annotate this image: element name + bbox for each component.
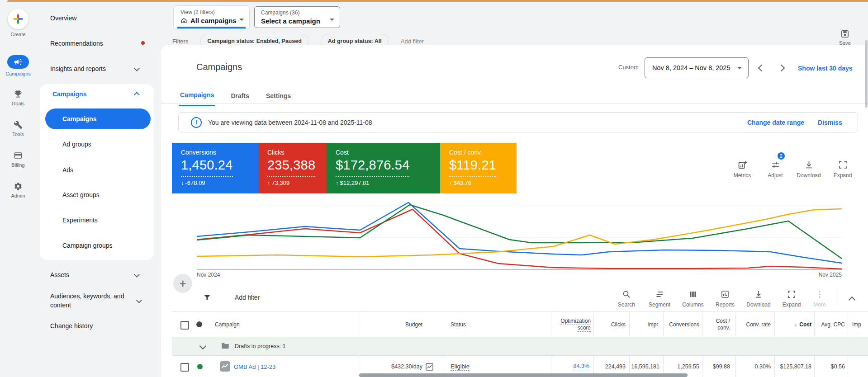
sidebar-item-asset-groups[interactable]: Asset groups <box>40 188 154 201</box>
campaign-select-label: Campaigns (36) <box>261 9 340 16</box>
download-icon <box>804 160 814 170</box>
col-header-optimization-score[interactable]: Optimization score <box>551 312 591 337</box>
col-header-impr[interactable]: Impr. <box>629 312 659 337</box>
view-dropdown-value: All campaigns <box>190 17 237 24</box>
scorecard-clicks[interactable]: Clicks 235,388 ↑73,309 <box>258 143 327 193</box>
table-columns-button[interactable]: Columns <box>678 290 707 308</box>
table-filter-button[interactable] <box>203 293 211 302</box>
col-header-budget[interactable]: Budget <box>359 312 422 337</box>
status-dot-header-icon <box>196 321 202 327</box>
col-header-conversions[interactable]: Conversions <box>663 312 699 337</box>
sidebar-item-campaigns-selected[interactable]: Campaigns <box>45 108 151 129</box>
view-dropdown[interactable]: View (2 filters) All campaigns <box>173 5 250 29</box>
table-segment-button[interactable]: Segment <box>645 290 674 308</box>
sidebar-item-recommendations[interactable]: Recommendations <box>36 38 157 49</box>
trend-line-Cost / conv. <box>197 209 842 257</box>
adjust-button[interactable]: Adjust <box>761 160 790 179</box>
select-all-checkbox[interactable] <box>180 321 189 330</box>
table-add-filter-link[interactable]: Add filter <box>235 294 260 301</box>
top-accent-strip <box>7 0 868 2</box>
sidebar-item-overview[interactable]: Overview <box>36 12 157 24</box>
rail-item-campaigns[interactable]: Campaigns <box>0 55 36 76</box>
scorecard-conversions[interactable]: Conversions 1,450.24 ↓-678.09 <box>172 143 258 193</box>
sidebar-item-audiences[interactable]: Audiences, keywords, and content <box>50 292 136 310</box>
sidebar-item-ad-groups[interactable]: Ad groups <box>40 138 154 151</box>
adjust-badge: 2 <box>778 152 785 160</box>
impr-cell: 16,595,181 <box>629 362 659 371</box>
page-title: Campaigns <box>196 62 242 72</box>
tab-divider <box>161 104 868 104</box>
tab-drafts[interactable]: Drafts <box>230 88 250 106</box>
expand-chart-button[interactable]: Expand <box>828 160 857 179</box>
sidebar-item-change-history[interactable]: Change history <box>36 320 157 332</box>
adjust-sliders-icon <box>771 160 780 170</box>
table-search-button[interactable]: Search <box>612 290 641 308</box>
save-button[interactable]: Save <box>836 30 854 46</box>
rail-item-tools[interactable]: Tools <box>0 119 36 137</box>
rail-item-billing[interactable]: Billing <box>0 150 36 168</box>
col-header-conv-rate[interactable]: Conv. rate <box>735 312 771 337</box>
date-range-dropdown[interactable]: Nov 8, 2024 – Nov 8, 2025 <box>645 57 749 78</box>
rail-item-admin[interactable]: Admin <box>0 181 36 198</box>
campaign-select[interactable]: Campaigns (36) Select a campaign <box>254 6 340 28</box>
tab-settings[interactable]: Settings <box>265 88 292 106</box>
col-header-status[interactable]: Status <box>451 312 518 337</box>
rail-label-campaigns: Campaigns <box>0 71 36 76</box>
vertical-scrollbar-thumb[interactable] <box>865 40 868 108</box>
tools-icon <box>14 120 23 129</box>
add-filter-link[interactable]: Add filter <box>401 38 424 45</box>
performance-trend-chart <box>197 202 842 277</box>
horizontal-scrollbar-thumb[interactable] <box>359 373 688 377</box>
scorecard-cost-per-conv[interactable]: Cost / conv. $119.21 ↑$43.76 <box>440 143 517 193</box>
view-dropdown-underline <box>177 27 246 28</box>
delta-arrow-up-icon: ↑ <box>267 179 270 186</box>
sidebar-item-campaign-groups[interactable]: Campaign groups <box>40 239 154 252</box>
col-header-cost-sorted[interactable]: ↓ Cost <box>774 312 811 337</box>
scorecard-cost[interactable]: Cost $172,876.54 ↑$12,297.81 <box>327 143 440 193</box>
caret-down-icon <box>737 67 742 69</box>
table-download-button[interactable]: Download <box>744 290 773 308</box>
table-expand-button[interactable]: Expand <box>777 290 806 308</box>
x-axis-end-label: Nov 2025 <box>797 272 842 278</box>
rail-item-goals[interactable]: Goals <box>0 89 36 106</box>
bid-strategy-icon[interactable] <box>426 363 433 371</box>
info-icon: i <box>191 117 202 128</box>
col-header-clicks[interactable]: Clicks <box>593 312 626 337</box>
change-date-range-link[interactable]: Change date range <box>747 119 804 126</box>
col-header-avg-cpc[interactable]: Avg. CPC <box>814 312 845 337</box>
optimization-score-cell[interactable]: 84.3% <box>551 362 589 371</box>
dismiss-link[interactable]: Dismiss <box>818 119 842 126</box>
delta-arrow-up-icon: ↑ <box>449 179 452 186</box>
row-checkbox[interactable] <box>180 363 189 372</box>
drafts-group-label: Drafts in progress: 1 <box>235 343 286 349</box>
campaigns-active-pill[interactable] <box>7 55 29 69</box>
col-header-cost-per-conv[interactable]: Cost / conv. <box>702 312 730 337</box>
col-header-campaign[interactable]: Campaign <box>215 312 305 337</box>
caret-down-icon <box>330 19 334 21</box>
col-header-impr-abs[interactable]: Imp <box>852 312 868 337</box>
recommendations-alert-dot <box>141 41 145 45</box>
rail-label-create: Create <box>0 32 36 37</box>
columns-icon <box>688 290 697 299</box>
conv-rate-cell: 0.30% <box>735 362 771 371</box>
show-last-30-days-link[interactable]: Show last 30 days <box>798 65 853 72</box>
segment-icon <box>655 290 664 299</box>
gear-icon <box>14 182 23 191</box>
sidebar-item-ads[interactable]: Ads <box>40 164 154 176</box>
folder-icon <box>221 342 229 349</box>
table-reports-button[interactable]: Reports <box>711 290 740 308</box>
create-button[interactable] <box>8 9 28 29</box>
trend-line-Conversions <box>197 203 842 263</box>
view-dropdown-label: View (2 filters) <box>180 9 249 15</box>
filters-label: Filters <box>172 38 188 45</box>
metrics-button[interactable]: Metrics <box>728 160 757 179</box>
rail-label-tools: Tools <box>0 132 36 137</box>
expand-chart-toggle-button[interactable]: + <box>173 274 192 293</box>
status-cell[interactable]: Eligible <box>451 362 470 371</box>
campaign-name-link[interactable]: GMB Ad | 12-23 <box>234 362 275 371</box>
budget-cell[interactable]: $432.30/day <box>359 362 422 371</box>
sidebar-item-experiments[interactable]: Experiments <box>40 214 154 226</box>
rail-label-billing: Billing <box>0 162 36 168</box>
rail-item-create[interactable]: Create <box>0 9 36 37</box>
download-chart-button[interactable]: Download <box>794 160 823 179</box>
